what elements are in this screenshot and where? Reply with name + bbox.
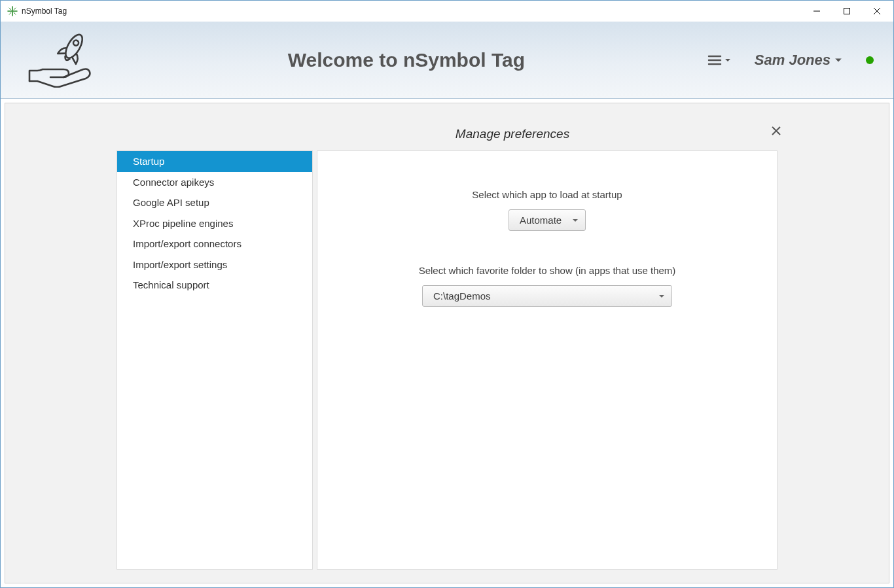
preferences-panel: Manage preferences Startup Connector api…: [116, 118, 778, 570]
startup-folder-value: C:\tagDemos: [433, 290, 491, 302]
user-menu-button[interactable]: Sam Jones: [755, 52, 842, 69]
sidebar-item-import-export-settings[interactable]: Import/export settings: [117, 254, 312, 275]
startup-folder-dropdown[interactable]: C:\tagDemos: [422, 285, 672, 307]
menu-button[interactable]: [707, 54, 731, 67]
panel-title-row: Manage preferences: [116, 118, 778, 150]
caret-down-icon: [724, 57, 731, 63]
app-window: nSymbol Tag: [0, 0, 894, 588]
sidebar-item-connector-apikeys[interactable]: Connector apikeys: [117, 172, 312, 193]
window-title: nSymbol Tag: [22, 7, 67, 16]
sidebar-item-google-api-setup[interactable]: Google API setup: [117, 192, 312, 213]
sidebar-item-import-export-connectors[interactable]: Import/export connectors: [117, 233, 312, 254]
close-icon: [771, 126, 781, 136]
caret-down-icon: [834, 56, 842, 64]
svg-rect-0: [844, 9, 850, 14]
minimize-button[interactable]: [802, 1, 832, 21]
app-logo-icon: [20, 33, 92, 88]
welcome-title: Welcome to nSymbol Tag: [92, 49, 707, 71]
sidebar-item-technical-support[interactable]: Technical support: [117, 275, 312, 296]
startup-app-value: Automate: [520, 215, 562, 226]
header-right: Sam Jones: [707, 52, 874, 69]
startup-app-label: Select which app to load at startup: [472, 189, 622, 200]
status-indicator-icon: [866, 56, 874, 64]
svg-point-2: [73, 39, 80, 46]
content-area: Manage preferences Startup Connector api…: [5, 103, 889, 583]
preferences-sidebar: Startup Connector apikeys Google API set…: [116, 150, 313, 570]
preferences-main: Select which app to load at startup Auto…: [317, 150, 778, 570]
caret-down-icon: [572, 215, 579, 226]
caret-down-icon: [658, 290, 665, 302]
panel-title: Manage preferences: [325, 127, 569, 141]
startup-app-dropdown[interactable]: Automate: [509, 209, 586, 231]
window-controls: [802, 1, 892, 21]
app-header: Welcome to nSymbol Tag Sam Jones: [1, 22, 893, 99]
sidebar-item-xproc-pipeline-engines[interactable]: XProc pipeline engines: [117, 213, 312, 234]
sidebar-item-startup[interactable]: Startup: [117, 151, 312, 172]
maximize-button[interactable]: [832, 1, 862, 21]
startup-folder-label: Select which favorite folder to show (in…: [419, 265, 676, 276]
close-button[interactable]: [862, 1, 892, 21]
panel-close-button[interactable]: [771, 126, 781, 139]
titlebar: nSymbol Tag: [1, 1, 893, 22]
hamburger-icon: [707, 54, 723, 67]
panel-body: Startup Connector apikeys Google API set…: [116, 150, 778, 570]
app-icon: [7, 6, 18, 16]
username-label: Sam Jones: [755, 52, 831, 69]
